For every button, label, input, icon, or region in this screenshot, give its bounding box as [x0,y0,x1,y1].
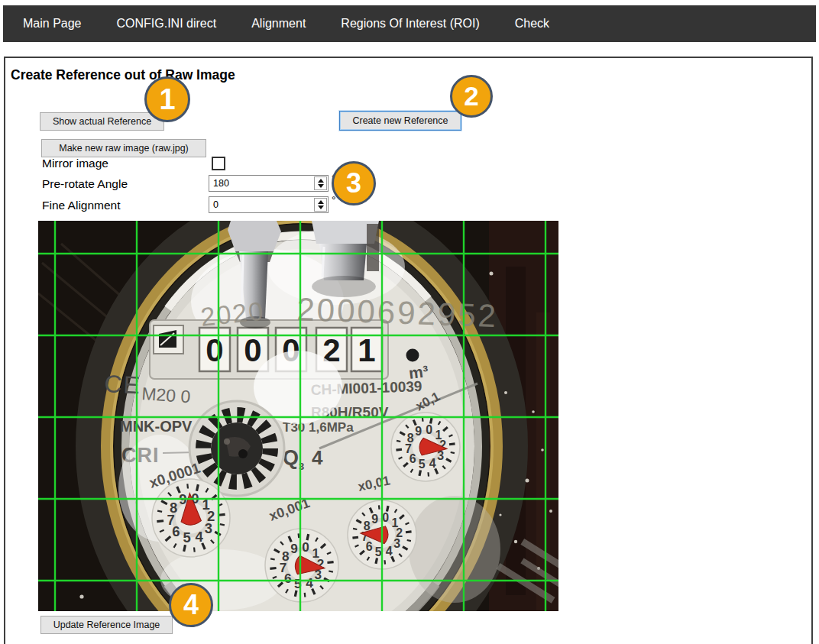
svg-text:4: 4 [306,575,313,591]
svg-text:0: 0 [426,423,432,436]
fine-alignment-stepper[interactable] [314,198,327,212]
svg-text:8: 8 [407,432,414,445]
stepper-up-icon[interactable] [318,200,324,204]
top-navigation: Main Page CONFIG.INI direct Alignment Re… [3,5,816,42]
callout-3: 3 [332,161,376,205]
nav-item-alignment[interactable]: Alignment [251,17,306,31]
mirror-image-checkbox[interactable] [212,157,225,170]
approval-text: M20 0 [141,383,192,406]
svg-text:8: 8 [282,549,290,564]
svg-text:4: 4 [386,545,393,558]
serial-number: 2000692952 [296,291,499,334]
svg-text:0: 0 [206,332,223,368]
svg-text:1: 1 [358,332,375,368]
stepper-down-icon[interactable] [318,205,324,209]
svg-text:5: 5 [419,458,426,471]
dial-x0,1: 0123456789 [391,413,460,481]
brand-text: MNK-OPV [120,418,193,435]
pre-rotate-angle-input[interactable] [209,176,314,191]
svg-text:9: 9 [290,541,298,556]
metal-clip-right [312,221,379,297]
svg-text:0: 0 [382,511,389,524]
mirror-image-label: Mirror image [42,157,108,170]
create-new-reference-button[interactable]: Create new Reference [339,111,461,131]
page-title: Create Reference out of Raw Image [11,67,235,83]
callout-1: 1 [144,76,190,122]
svg-text:9: 9 [415,425,422,438]
svg-text:4: 4 [429,457,436,470]
svg-text:5: 5 [183,529,190,545]
odometer-dot [406,349,419,362]
nav-item-check[interactable]: Check [515,17,549,31]
nav-item-main-page[interactable]: Main Page [23,17,82,31]
pre-rotate-angle-field [209,175,329,192]
dial-x0,001: 0123456789 [265,529,338,602]
reference-image: 0 0 0 2 1 m³ CE M20 0 CH-MI001-10039 R80… [38,221,558,611]
pre-rotate-angle-stepper[interactable] [314,176,327,190]
stepper-down-icon[interactable] [318,184,324,188]
svg-text:8: 8 [170,500,177,516]
meter-photo: 0 0 0 2 1 m³ CE M20 0 CH-MI001-10039 R80… [38,221,558,611]
stepper-up-icon[interactable] [318,179,324,183]
make-new-raw-image-button[interactable]: Make new raw image (raw.jpg) [41,139,206,157]
nav-item-roi[interactable]: Regions Of Interest (ROI) [341,17,479,31]
fine-alignment-input[interactable] [209,197,314,212]
update-reference-image-button[interactable]: Update Reference Image [40,616,173,634]
fine-alignment-label: Fine Alignment [42,199,121,212]
svg-text:0: 0 [302,539,309,555]
svg-text:4: 4 [196,529,204,545]
svg-text:0: 0 [244,332,261,368]
callout-4: 4 [169,583,213,627]
fine-alignment-field [209,196,329,213]
nav-item-config-ini[interactable]: CONFIG.INI direct [117,17,217,31]
show-actual-reference-button[interactable]: Show actual Reference [40,112,164,131]
svg-text:3: 3 [205,520,212,536]
svg-text:9: 9 [371,513,378,526]
svg-text:3: 3 [393,537,400,550]
svg-text:4: 4 [312,446,323,469]
svg-text:5: 5 [375,545,382,558]
callout-2: 2 [450,75,493,118]
pre-rotate-angle-label: Pre-rotate Angle [42,177,128,191]
